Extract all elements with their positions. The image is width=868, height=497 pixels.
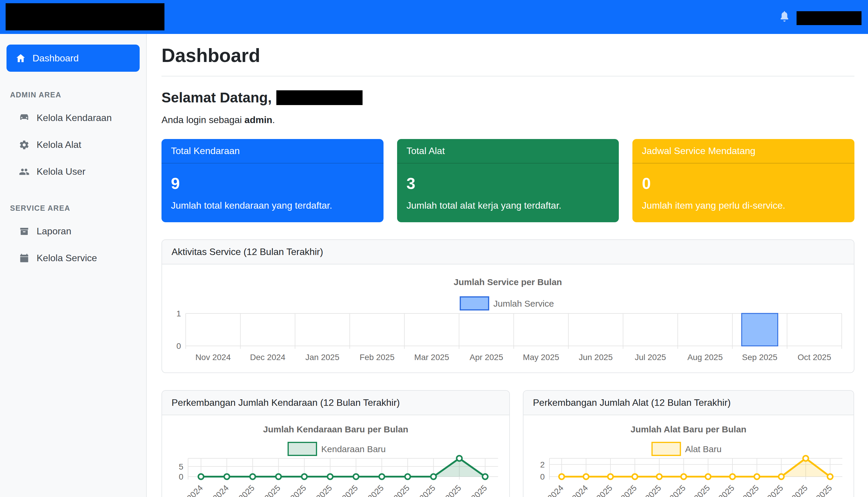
svg-text:Kendaraan Baru: Kendaraan Baru	[321, 444, 386, 454]
svg-text:Jan 2025: Jan 2025	[226, 483, 256, 497]
svg-text:Mar 2025: Mar 2025	[414, 353, 449, 362]
stat-card-description: Jumlah total kendaraan yang terdaftar.	[171, 200, 374, 211]
chart-card-title: Perkembangan Jumlah Alat (12 Bulan Terak…	[523, 391, 854, 415]
sidebar-item-kelola-alat[interactable]: Kelola Alat	[6, 131, 140, 158]
svg-text:Apr 2025: Apr 2025	[470, 353, 503, 362]
stat-card-value: 3	[407, 175, 610, 191]
stat-card-title: Total Alat	[397, 139, 619, 164]
user-name-redacted	[276, 90, 363, 105]
stat-card-row: Total Kendaraan 9 Jumlah total kendaraan…	[162, 139, 854, 222]
svg-text:Nov 2024: Nov 2024	[195, 353, 231, 362]
welcome-heading: Selamat Datang,	[162, 89, 854, 106]
sidebar-item-label: Kelola Kendaraan	[37, 112, 112, 123]
alat-line-chart: Jumlah Alat Baru per BulanAlat Baru02Nov…	[531, 422, 846, 497]
sidebar-item-kelola-kendaraan[interactable]: Kelola Kendaraan	[6, 104, 140, 131]
vehicle-icon	[19, 113, 29, 123]
brand-logo-redacted[interactable]	[5, 3, 165, 30]
chart-card-title: Perkembangan Jumlah Kendaraan (12 Bulan …	[162, 391, 509, 415]
sidebar: Dashboard ADMIN AREA Kelola Kendaraan Ke…	[0, 34, 147, 497]
users-icon	[19, 167, 29, 177]
stat-card-description: Jumlah total alat kerja yang terdaftar.	[407, 200, 610, 211]
topbar	[0, 0, 868, 34]
sidebar-section-service-area: SERVICE AREA	[10, 204, 140, 213]
svg-text:Oct 2025: Oct 2025	[459, 483, 489, 497]
svg-text:Alat Baru: Alat Baru	[685, 444, 722, 454]
stat-card-jadwal-service: Jadwal Service Mendatang 0 Jumlah item y…	[632, 139, 854, 222]
svg-text:Feb 2025: Feb 2025	[360, 353, 394, 362]
welcome-text: Selamat Datang,	[162, 89, 271, 106]
bell-icon[interactable]	[778, 10, 791, 24]
chart-card-perkembangan-kendaraan: Perkembangan Jumlah Kendaraan (12 Bulan …	[162, 390, 510, 497]
svg-text:Sep 2025: Sep 2025	[742, 353, 778, 362]
sidebar-item-label: Kelola User	[37, 166, 85, 177]
svg-text:0: 0	[176, 341, 181, 351]
sidebar-item-label: Kelola Service	[37, 253, 97, 264]
svg-text:Jun 2025: Jun 2025	[355, 483, 385, 497]
chart-card-title: Aktivitas Service (12 Bulan Terakhir)	[162, 240, 854, 265]
page-title: Dashboard	[162, 45, 854, 67]
stat-card-value: 0	[642, 175, 845, 191]
stat-card-title: Total Kendaraan	[162, 139, 383, 164]
svg-text:Nov 2024: Nov 2024	[534, 483, 565, 497]
svg-text:Jun 2025: Jun 2025	[579, 353, 613, 362]
kendaraan-line-chart: Jumlah Kendaraan Baru per BulanKendaraan…	[169, 422, 502, 497]
sidebar-item-laporan[interactable]: Laporan	[6, 218, 140, 245]
svg-text:Apr 2025: Apr 2025	[304, 483, 334, 497]
login-status-text: Anda login sebagai admin.	[162, 114, 854, 125]
stat-card-total-kendaraan: Total Kendaraan 9 Jumlah total kendaraan…	[162, 139, 383, 222]
divider	[162, 76, 854, 76]
gear-icon	[19, 140, 29, 150]
app-root: Dashboard ADMIN AREA Kelola Kendaraan Ke…	[0, 0, 868, 497]
stat-card-total-alat: Total Alat 3 Jumlah total alat kerja yan…	[397, 139, 619, 222]
svg-text:Nov 2024: Nov 2024	[173, 483, 205, 497]
chart-card-perkembangan-alat: Perkembangan Jumlah Alat (12 Bulan Terak…	[523, 390, 854, 497]
svg-text:Jumlah Alat Baru per Bulan: Jumlah Alat Baru per Bulan	[631, 424, 746, 434]
sidebar-item-label: Laporan	[37, 226, 71, 237]
sidebar-section-admin-area: ADMIN AREA	[10, 90, 140, 99]
svg-text:Jumlah Kendaraan Baru per Bula: Jumlah Kendaraan Baru per Bulan	[263, 424, 408, 434]
chart-card-aktivitas-service: Aktivitas Service (12 Bulan Terakhir) Ju…	[162, 239, 854, 373]
svg-text:Jul 2025: Jul 2025	[635, 353, 666, 362]
svg-text:Oct 2025: Oct 2025	[798, 353, 831, 362]
archive-icon	[19, 226, 29, 237]
sidebar-item-dashboard[interactable]: Dashboard	[6, 45, 140, 72]
svg-text:May 2025: May 2025	[523, 353, 559, 362]
sidebar-item-kelola-service[interactable]: Kelola Service	[6, 245, 140, 271]
svg-text:Jul 2025: Jul 2025	[732, 483, 760, 497]
sidebar-item-kelola-user[interactable]: Kelola User	[6, 158, 140, 185]
login-role: admin	[244, 114, 272, 125]
svg-text:0: 0	[540, 472, 545, 481]
svg-text:Jumlah Service per Bulan: Jumlah Service per Bulan	[454, 277, 562, 287]
service-bar-chart: Jumlah Service per BulanJumlah Service01…	[169, 271, 846, 365]
home-icon	[15, 53, 26, 63]
svg-text:0: 0	[179, 472, 183, 481]
svg-text:Jul 2025: Jul 2025	[383, 483, 411, 497]
sidebar-item-label: Dashboard	[32, 53, 79, 64]
sidebar-item-label: Kelola Alat	[37, 139, 81, 150]
stat-card-value: 9	[171, 175, 374, 191]
svg-text:5: 5	[179, 462, 183, 471]
svg-text:2: 2	[540, 460, 545, 469]
bottom-chart-row: Perkembangan Jumlah Kendaraan (12 Bulan …	[162, 390, 854, 497]
svg-text:Aug 2025: Aug 2025	[687, 353, 723, 362]
svg-text:1: 1	[176, 309, 181, 318]
calendar-icon	[19, 253, 29, 264]
stat-card-title: Jadwal Service Mendatang	[632, 139, 854, 164]
stat-card-description: Jumlah item yang perlu di-service.	[642, 200, 845, 211]
main-content: Dashboard Selamat Datang, Anda login seb…	[147, 34, 868, 497]
svg-text:Jumlah Service: Jumlah Service	[493, 299, 554, 309]
svg-text:Jan 2025: Jan 2025	[305, 353, 339, 362]
svg-text:Dec 2024: Dec 2024	[250, 353, 285, 362]
user-menu-redacted[interactable]	[797, 11, 862, 25]
